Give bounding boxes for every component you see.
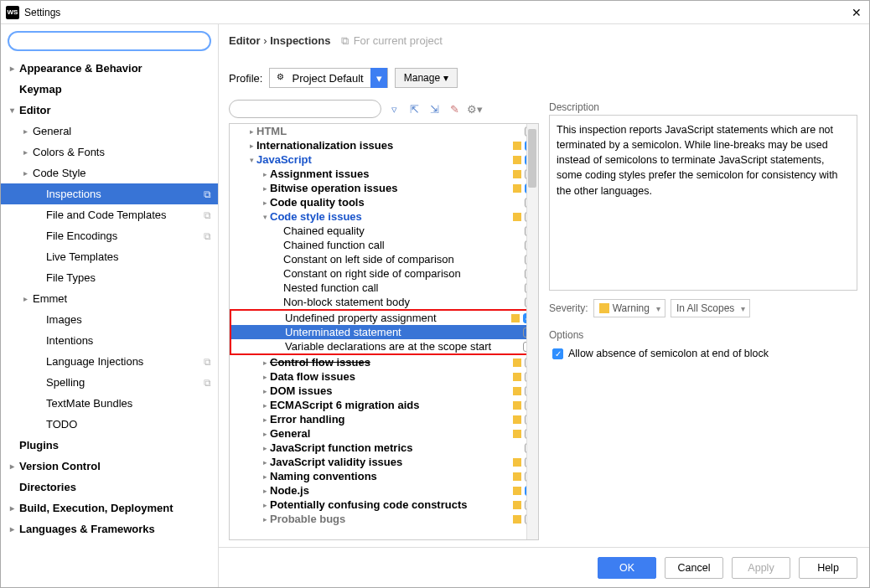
scope-combo[interactable]: In All Scopes — [671, 299, 750, 317]
tree-row-label: Assignment issues — [270, 168, 513, 180]
sidebar-item-label: Language Injections — [44, 355, 204, 368]
expand-icon: ▸ — [260, 184, 270, 193]
reset-icon[interactable]: ✎ — [447, 101, 462, 116]
scrollbar[interactable] — [526, 124, 538, 539]
tree-row[interactable]: ▸Naming conventions — [230, 469, 538, 483]
funnel-icon[interactable]: ▿ — [386, 101, 401, 116]
expand-icon: ▸ — [260, 444, 270, 452]
window-title: Settings — [24, 7, 849, 18]
inspection-search-input[interactable] — [229, 100, 381, 118]
apply-button[interactable]: Apply — [732, 557, 790, 579]
breadcrumb-seg-editor[interactable]: Editor — [229, 34, 261, 47]
settings-search-input[interactable] — [8, 31, 211, 51]
tree-row[interactable]: ▸Assignment issues — [230, 167, 538, 181]
cancel-button[interactable]: Cancel — [665, 557, 723, 579]
tree-row-label: Naming conventions — [270, 470, 513, 482]
expand-all-icon[interactable]: ⇱ — [407, 101, 422, 116]
sidebar-item-images[interactable]: Images — [1, 309, 218, 330]
breadcrumb-sep-icon: › — [263, 34, 267, 47]
help-button[interactable]: Help — [799, 557, 857, 579]
sidebar-item-todo[interactable]: TODO — [1, 414, 218, 435]
tree-row[interactable]: ▸ECMAScript 6 migration aids — [230, 398, 538, 412]
sidebar-item-emmet[interactable]: ▸Emmet — [1, 288, 218, 309]
tree-row[interactable]: ▸Error handling — [230, 412, 538, 426]
tree-row[interactable]: ▸Code quality tools — [230, 195, 538, 209]
tree-row[interactable]: Nested function call — [230, 281, 538, 295]
gear-icon[interactable]: ⚙▾ — [467, 101, 482, 116]
severity-indicator-icon — [513, 472, 521, 481]
sidebar-item-build-execution-deployment[interactable]: ▸Build, Execution, Deployment — [1, 498, 218, 518]
breadcrumb-seg-inspections: Inspections — [270, 34, 330, 47]
sidebar-item-textmate-bundles[interactable]: TextMate Bundles — [1, 393, 218, 414]
tree-row[interactable]: ▸Control flow issues — [230, 355, 538, 369]
expand-icon: ▾ — [246, 156, 256, 164]
sidebar-item-intentions[interactable]: Intentions — [1, 330, 218, 351]
severity-indicator-icon — [513, 127, 521, 136]
sidebar-item-version-control[interactable]: ▸Version Control — [1, 456, 218, 477]
tree-row[interactable]: Constant on right side of comparison — [230, 266, 538, 281]
settings-nav[interactable]: ▸Appearance & BehaviorKeymap▾Editor▸Gene… — [1, 58, 218, 587]
manage-button[interactable]: Manage▾ — [395, 68, 458, 88]
sidebar-item-label: Code Style — [31, 167, 211, 179]
sidebar-item-keymap[interactable]: Keymap — [1, 79, 218, 100]
tree-row[interactable]: ▸Bitwise operation issues✓ — [230, 181, 538, 195]
sidebar-item-languages-frameworks[interactable]: ▸Languages & Frameworks — [1, 518, 218, 539]
tree-row[interactable]: Variable declarations are at the scope s… — [231, 339, 536, 353]
tree-row[interactable]: ▾JavaScript✓ — [230, 152, 538, 167]
tree-row[interactable]: Chained function call — [230, 238, 538, 252]
sidebar-item-plugins[interactable]: Plugins — [1, 435, 218, 456]
sidebar-item-file-types[interactable]: File Types — [1, 267, 218, 288]
tree-row[interactable]: ▸Probable bugs — [230, 512, 538, 526]
tree-row-label: DOM issues — [270, 384, 513, 397]
profile-combo[interactable]: ⚙ Project Default ▾ — [269, 68, 387, 88]
inspection-tree[interactable]: ▸HTML▸Internationalization issues✓▾JavaS… — [229, 123, 539, 540]
tree-row[interactable]: ▸HTML — [230, 124, 538, 138]
allow-absence-checkbox[interactable]: ✓ — [552, 348, 563, 359]
warning-swatch-icon — [599, 303, 609, 313]
sidebar-item-directories[interactable]: Directories — [1, 477, 218, 498]
tree-row[interactable]: Undefined property assignment✓ — [231, 311, 536, 325]
sidebar-item-appearance-behavior[interactable]: ▸Appearance & Behavior — [1, 58, 218, 79]
expand-icon: ▸ — [246, 127, 256, 136]
sidebar-item-general[interactable]: ▸General — [1, 121, 218, 142]
tree-row[interactable]: ▸General — [230, 426, 538, 441]
severity-indicator-icon — [513, 387, 521, 395]
tree-row[interactable]: ▸JavaScript function metrics — [230, 441, 538, 455]
expand-icon: ▸ — [260, 373, 270, 381]
tree-row[interactable]: ▸Potentially confusing code constructs– — [230, 498, 538, 512]
profile-label: Profile: — [229, 72, 262, 85]
tree-row[interactable]: ▾Code style issues — [230, 209, 538, 224]
ok-button[interactable]: OK — [598, 557, 656, 579]
dropdown-arrow-icon[interactable]: ▾ — [370, 68, 387, 88]
tree-row[interactable]: Chained equality — [230, 224, 538, 238]
sidebar-item-colors-fonts[interactable]: ▸Colors & Fonts — [1, 142, 218, 162]
tree-row[interactable]: ▸Internationalization issues✓ — [230, 138, 538, 152]
app-badge-icon: WS — [6, 6, 19, 19]
tree-row[interactable]: ▸DOM issues — [230, 384, 538, 398]
sidebar-item-code-style[interactable]: ▸Code Style — [1, 162, 218, 183]
tree-row[interactable]: Unterminated statement — [231, 325, 536, 339]
sidebar-item-label: File and Code Templates — [44, 209, 204, 221]
tree-row-label: Bitwise operation issues — [270, 182, 513, 194]
expand-icon: ▸ — [19, 168, 31, 178]
expand-icon: ▸ — [260, 472, 270, 481]
tree-row[interactable]: Non-block statement body — [230, 295, 538, 309]
tree-row[interactable]: ▸Data flow issues — [230, 369, 538, 384]
sidebar-item-editor[interactable]: ▾Editor — [1, 100, 218, 121]
tree-row-label: Data flow issues — [270, 370, 513, 383]
tree-row[interactable]: ▸JavaScript validity issues — [230, 455, 538, 469]
sidebar-item-live-templates[interactable]: Live Templates — [1, 246, 218, 267]
scrollbar-thumb[interactable] — [528, 129, 536, 188]
collapse-all-icon[interactable]: ⇲ — [427, 101, 442, 116]
sidebar-item-inspections[interactable]: Inspections⧉ — [1, 183, 218, 204]
severity-combo[interactable]: Warning — [593, 299, 665, 317]
highlight-box: Undefined property assignment✓Unterminat… — [230, 309, 538, 355]
sidebar-item-file-encodings[interactable]: File Encodings⧉ — [1, 225, 218, 246]
tree-row[interactable]: Constant on left side of comparison — [230, 252, 538, 266]
sidebar-item-language-injections[interactable]: Language Injections⧉ — [1, 351, 218, 372]
tree-row-label: Error handling — [270, 413, 513, 426]
tree-row[interactable]: ▸Node.js✓ — [230, 483, 538, 498]
close-icon[interactable]: ✕ — [849, 5, 864, 20]
sidebar-item-file-and-code-templates[interactable]: File and Code Templates⧉ — [1, 204, 218, 225]
sidebar-item-spelling[interactable]: Spelling⧉ — [1, 372, 218, 393]
